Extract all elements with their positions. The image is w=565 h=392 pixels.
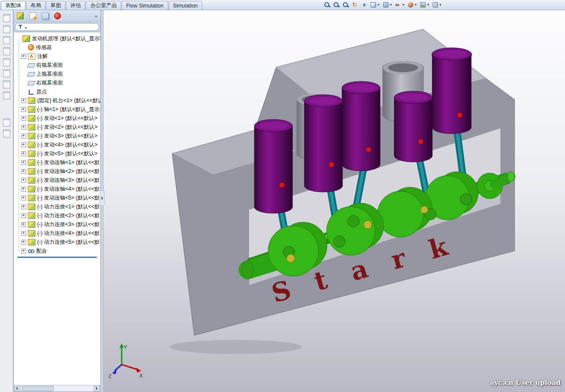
tree-item-icon bbox=[28, 177, 35, 184]
toolbar-button[interactable] bbox=[1, 80, 12, 89]
view-tool-button[interactable] bbox=[351, 0, 359, 9]
command-tab[interactable]: 装配体 bbox=[1, 1, 26, 10]
view-tool-button[interactable] bbox=[431, 0, 442, 9]
model-scene[interactable]: Stark Y X Z bbox=[103, 10, 565, 392]
view-tool-button[interactable] bbox=[407, 0, 418, 9]
chevron-down-icon bbox=[439, 0, 442, 9]
toolbar-button[interactable] bbox=[1, 46, 12, 56]
expand-toggle-icon[interactable] bbox=[21, 54, 26, 59]
tree-item-label: (-) 发动<1> (默认<<默认> bbox=[37, 115, 97, 122]
expand-toggle-icon[interactable] bbox=[21, 116, 26, 121]
tree-item[interactable]: (-) 发动<5> (默认<<默认> bbox=[14, 149, 100, 158]
expand-toggle-icon[interactable] bbox=[21, 213, 26, 218]
tree-item[interactable]: (-) 发动<3> (默认<<默认> bbox=[14, 131, 100, 140]
toolbar-button[interactable] bbox=[1, 91, 12, 100]
command-tab[interactable]: 评估 bbox=[66, 1, 85, 10]
expand-toggle-icon[interactable] bbox=[21, 142, 26, 147]
panel-tab[interactable] bbox=[53, 11, 62, 21]
tree-item[interactable]: 上视基准面 bbox=[14, 69, 100, 78]
view-tool-button[interactable] bbox=[369, 0, 381, 9]
tree-item[interactable]: (-) 动力连接<1> (默认<<默 bbox=[14, 202, 100, 211]
view-tool-button[interactable] bbox=[394, 0, 405, 9]
tree-item-icon bbox=[28, 44, 34, 50]
scroll-left-button[interactable] bbox=[14, 386, 20, 391]
tree-item[interactable]: (-) 发动<1> (默认<<默认> bbox=[14, 114, 100, 123]
tree-item[interactable]: (-) 动力连接<5> (默认<<默 bbox=[14, 238, 100, 246]
tree-item-label: (-) 发动<3> (默认<<默认> bbox=[37, 132, 97, 140]
command-tab-label: 评估 bbox=[70, 2, 81, 9]
tree-item-label: (-) 动力连接<1> (默认<<默 bbox=[37, 203, 100, 211]
expand-toggle-icon[interactable] bbox=[21, 134, 26, 138]
expand-toggle-icon[interactable] bbox=[21, 107, 26, 112]
tree-item-icon bbox=[28, 97, 35, 104]
command-tab[interactable]: 布局 bbox=[26, 1, 46, 10]
command-tab[interactable]: 办公室产品 bbox=[86, 1, 121, 10]
scroll-right-button[interactable] bbox=[94, 386, 100, 391]
tree-item-icon bbox=[28, 89, 35, 95]
command-tab[interactable]: 草图 bbox=[46, 1, 65, 10]
expand-toggle-icon[interactable] bbox=[21, 151, 26, 156]
command-tab[interactable]: Simulation bbox=[169, 1, 202, 10]
toolbar-button[interactable] bbox=[1, 118, 12, 127]
expand-toggle-icon[interactable] bbox=[21, 160, 26, 165]
tree-item[interactable]: 原点 bbox=[14, 87, 100, 96]
expand-toggle-icon[interactable] bbox=[21, 249, 26, 254]
panel-overflow-button[interactable]: » bbox=[93, 13, 99, 19]
expand-toggle-icon[interactable] bbox=[21, 125, 26, 130]
tree-item[interactable]: (固定) 机台<1> (默认<<默认 bbox=[14, 96, 100, 105]
toolbar-button[interactable] bbox=[1, 129, 12, 138]
expand-toggle-icon[interactable] bbox=[21, 231, 26, 236]
tree-item[interactable]: (-) 发动连轴<4> (默认<<默 bbox=[14, 184, 100, 193]
panel-tab[interactable] bbox=[28, 11, 38, 21]
toolbar-button[interactable] bbox=[1, 35, 12, 45]
expand-toggle-icon[interactable] bbox=[21, 204, 26, 209]
panel-tab[interactable] bbox=[15, 11, 25, 21]
tree-item[interactable]: (-) 动力连接<3> (默认<<默 bbox=[14, 220, 100, 229]
expand-toggle-icon[interactable] bbox=[21, 169, 26, 174]
panel-splitter[interactable] bbox=[101, 10, 104, 392]
tree-item[interactable]: 配合 bbox=[14, 246, 100, 255]
tree-item[interactable]: (-) 发动连轴<5> (默认<<默 bbox=[14, 193, 100, 202]
tree-item[interactable]: (-) 动力连接<2> (默认<<默 bbox=[14, 211, 100, 220]
triad-y-label: Y bbox=[124, 344, 127, 350]
view-tool-button[interactable] bbox=[419, 0, 430, 9]
splitter-grip-icon[interactable] bbox=[100, 190, 104, 206]
tree-item[interactable]: (-) 轴<1> (默认<默认_显示 bbox=[14, 105, 100, 114]
view-tool-button[interactable] bbox=[332, 0, 340, 9]
expand-toggle-icon[interactable] bbox=[21, 240, 26, 245]
tree-item[interactable]: 发动机原理 (默认<默认_显示状 bbox=[14, 34, 100, 43]
expand-toggle-icon[interactable] bbox=[21, 187, 26, 192]
viewport-3d[interactable]: Stark Y X Z ayc.cn User upload bbox=[103, 10, 565, 392]
tree-item[interactable]: (-) 发动<4> (默认<<默认> bbox=[14, 140, 100, 149]
panel-tab[interactable] bbox=[40, 11, 50, 21]
toolbar-button[interactable] bbox=[1, 58, 12, 67]
tree-item[interactable]: (-) 发动连轴<3> (默认<<默 bbox=[14, 176, 100, 184]
horizontal-scrollbar[interactable] bbox=[14, 385, 100, 392]
tree-item[interactable]: 传感器 bbox=[14, 43, 100, 52]
view-tool-button[interactable] bbox=[360, 0, 368, 9]
tree-item[interactable]: (-) 发动连轴<1> (默认<<默 bbox=[14, 158, 100, 167]
chevron-down-icon[interactable] bbox=[25, 23, 27, 31]
tree-item[interactable]: 注解 bbox=[14, 52, 100, 61]
expand-toggle-icon[interactable] bbox=[21, 196, 26, 200]
tree-item-label: 前视基准面 bbox=[36, 61, 63, 69]
expand-toggle-icon[interactable] bbox=[21, 178, 26, 183]
view-tool-button[interactable] bbox=[323, 0, 331, 9]
view-tool-button[interactable] bbox=[342, 0, 350, 9]
tree-filter-input[interactable] bbox=[15, 23, 99, 31]
toolbar-button[interactable] bbox=[1, 69, 12, 78]
tree-item[interactable]: (-) 发动<2> (默认<<默认> bbox=[14, 123, 100, 131]
command-tab[interactable]: Flow Simulation bbox=[122, 1, 168, 10]
tree-item[interactable]: (-) 发动连轴<2> (默认<<默 bbox=[14, 167, 100, 176]
tree-item[interactable]: 右视基准面 bbox=[14, 78, 100, 87]
scrollbar-thumb[interactable] bbox=[22, 386, 54, 391]
view-tool-button[interactable] bbox=[382, 0, 393, 9]
expand-toggle-icon[interactable] bbox=[21, 98, 26, 103]
tree-item[interactable]: (-) 动力连接<4> (默认<<默 bbox=[14, 229, 100, 238]
toolbar-button[interactable] bbox=[1, 24, 12, 34]
toolbar-button[interactable] bbox=[1, 13, 12, 23]
tree-item-icon bbox=[27, 81, 35, 85]
rollback-bar[interactable] bbox=[17, 257, 97, 258]
tree-item[interactable]: 前视基准面 bbox=[14, 61, 100, 69]
expand-toggle-icon[interactable] bbox=[21, 222, 26, 227]
